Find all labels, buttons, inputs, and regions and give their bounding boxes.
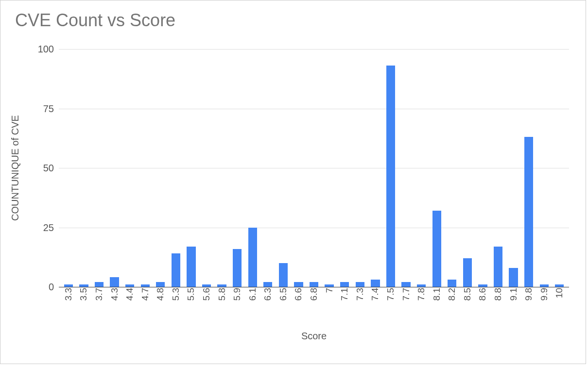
chart-title: CVE Count vs Score [15,10,175,31]
x-tick-label: 7.1 [339,288,350,303]
bar [524,137,533,287]
bar-slot [398,49,414,287]
bar-slot [107,49,122,287]
bar [494,247,502,287]
x-tick-label: 10 [554,288,565,301]
x-tick-label: 3.5 [78,288,89,303]
bars-group [59,49,569,287]
bar-slot [168,49,184,287]
bar [386,66,395,287]
x-tick-label: 9.8 [523,288,534,303]
x-label-slot: 9.1 [506,288,521,303]
x-tick-label: 4.3 [109,288,120,303]
bar-slot [153,49,168,287]
bar-slot [414,49,429,287]
x-label-slot: 8.2 [444,288,460,303]
bar-slot [229,49,245,287]
x-tick-label: 6.5 [278,288,289,303]
bar-slot [291,49,307,287]
x-labels-group: 3.33.53.74.34.44.74.85.35.55.65.85.96.16… [59,288,569,303]
x-tick-label: 9.9 [539,288,550,303]
x-tick-label: 6.6 [293,288,304,303]
x-label-slot: 4.3 [107,288,122,303]
bar [509,268,518,287]
x-tick-label: 8.1 [432,288,442,303]
bar-slot [337,49,352,287]
x-tick-label: 7.5 [385,288,396,303]
bar [141,284,150,287]
x-tick-label: 7.4 [370,288,380,303]
bar-slot [383,49,398,287]
bar-slot [138,49,153,287]
bar-slot [352,49,368,287]
bar [95,282,104,287]
x-tick-label: 5.8 [217,288,227,303]
bar-slot [276,49,291,287]
bar-slot [306,49,322,287]
bar [448,280,456,287]
x-label-slot: 6.1 [245,288,260,303]
bar-slot [61,49,76,287]
bar [478,284,487,287]
bar [79,284,88,287]
bar [125,284,134,287]
x-tick-label: 7.8 [416,288,427,303]
x-tick-label: 3.7 [94,288,104,303]
y-tick-label: 50 [30,163,59,174]
x-label-slot: 4.8 [153,288,168,303]
x-label-slot: 3.3 [61,288,76,303]
x-tick-label: 4.7 [140,288,151,303]
bar [463,258,472,287]
bar [233,249,242,287]
x-label-slot: 7.8 [414,288,429,303]
x-label-slot: 8.5 [460,288,475,303]
x-tick-label: 4.8 [155,288,166,303]
x-label-slot: 6.8 [306,288,322,303]
bar [263,282,272,287]
bar-slot [199,49,214,287]
x-tick-label: 7 [324,288,335,296]
x-label-slot: 7.7 [398,288,414,303]
x-label-slot: 6.5 [276,288,291,303]
bar [325,284,333,287]
bar-slot [214,49,230,287]
x-tick-label: 5.6 [201,288,212,303]
x-label-slot: 7.3 [352,288,368,303]
x-tick-label: 8.2 [447,288,457,303]
bar [279,263,288,287]
bar [555,284,564,287]
x-label-slot: 7.4 [368,288,383,303]
x-label-slot: 4.4 [122,288,138,303]
x-label-slot: 10 [552,288,568,303]
bar [417,284,426,287]
bar-slot [260,49,276,287]
x-label-slot: 8.8 [490,288,506,303]
x-tick-label: 4.4 [124,288,135,303]
x-label-slot: 5.9 [229,288,245,303]
x-label-slot: 5.3 [168,288,184,303]
bar-slot [536,49,552,287]
x-label-slot: 3.5 [76,288,92,303]
bar [371,280,380,287]
bar [156,282,165,287]
x-label-slot: 5.5 [184,288,199,303]
y-tick-label: 75 [30,103,59,114]
bar-slot [521,49,536,287]
bar-slot [490,49,506,287]
bar [64,284,73,287]
chart-container: CVE Count vs Score COUNTUNIQUE of CVE 02… [0,0,586,364]
x-tick-label: 6.1 [247,288,258,303]
bar [294,282,303,287]
x-label-slot: 8.6 [475,288,491,303]
x-label-slot: 5.6 [199,288,214,303]
bar [401,282,410,287]
x-tick-label: 8.5 [462,288,473,303]
bar-slot [245,49,260,287]
bar-slot [444,49,460,287]
bar [172,253,180,287]
x-tick-label: 5.5 [186,288,196,303]
bar-slot [122,49,138,287]
bar-slot [368,49,383,287]
x-label-slot: 3.7 [91,288,107,303]
y-axis-title-text: COUNTUNIQUE of CVE [10,115,21,221]
